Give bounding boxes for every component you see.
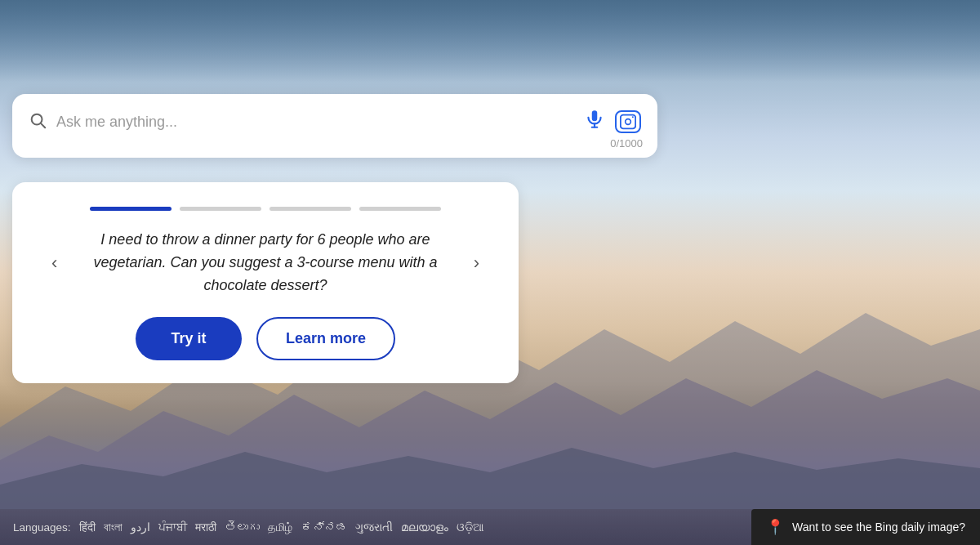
search-icon (29, 111, 47, 133)
lang-urdu[interactable]: اردو (131, 520, 150, 534)
char-count: 0/1000 (610, 137, 643, 150)
suggestion-card: ‹ I need to throw a dinner party for 6 p… (12, 182, 519, 383)
progress-dot-4 (359, 207, 441, 211)
search-box: 0/1000 (12, 94, 657, 158)
main-content: 0/1000 ‹ I need to throw a dinner party … (0, 0, 980, 383)
lang-punjabi[interactable]: ਪੰਜਾਬੀ (158, 520, 187, 534)
lang-malayalam[interactable]: മലയാളം (401, 520, 448, 534)
lang-bengali[interactable]: বাংলা (104, 520, 122, 534)
next-arrow-icon: › (474, 252, 479, 273)
try-it-button[interactable]: Try it (136, 317, 242, 360)
card-suggestion-text: I need to throw a dinner party for 6 peo… (72, 229, 458, 297)
bing-banner-text: Want to see the Bing daily image? (792, 520, 965, 534)
next-arrow-button[interactable]: › (467, 248, 486, 279)
svg-point-9 (626, 119, 631, 125)
lang-marathi[interactable]: मराठी (195, 520, 216, 534)
progress-indicators (45, 207, 486, 211)
mic-icon[interactable] (584, 109, 605, 135)
svg-point-10 (632, 116, 634, 118)
progress-dot-1 (90, 207, 172, 211)
progress-dot-2 (180, 207, 261, 211)
languages-label: Languages: (13, 521, 71, 534)
location-icon: 📍 (766, 518, 784, 536)
svg-rect-5 (592, 110, 598, 121)
learn-more-button[interactable]: Learn more (256, 317, 395, 360)
lang-tamil[interactable]: தமிழ் (268, 520, 292, 534)
card-buttons: Try it Learn more (45, 317, 486, 360)
search-input[interactable] (56, 114, 574, 131)
svg-line-4 (41, 123, 45, 127)
lang-hindi[interactable]: हिंदी (79, 520, 96, 534)
prev-arrow-icon: ‹ (51, 252, 57, 273)
languages-section: Languages: हिंदी বাংলা اردو ਪੰਜਾਬੀ मराठी… (0, 520, 751, 534)
lang-kannada[interactable]: ಕನ್ನಡ (301, 520, 347, 534)
footer: Languages: हिंदी বাংলা اردو ਪੰਜਾਬੀ मराठी… (0, 509, 980, 545)
bing-daily-image-banner[interactable]: 📍 Want to see the Bing daily image? (751, 509, 980, 545)
lang-odia[interactable]: ଓଡ଼ିଆ (457, 520, 484, 534)
camera-icon[interactable] (615, 110, 641, 133)
prev-arrow-button[interactable]: ‹ (45, 248, 64, 279)
card-navigation: ‹ I need to throw a dinner party for 6 p… (45, 229, 486, 297)
lang-gujarati[interactable]: ગુજરાતી (355, 520, 393, 534)
progress-dot-3 (270, 207, 351, 211)
search-actions (584, 109, 641, 135)
lang-telugu[interactable]: తెలుగు (225, 520, 260, 534)
